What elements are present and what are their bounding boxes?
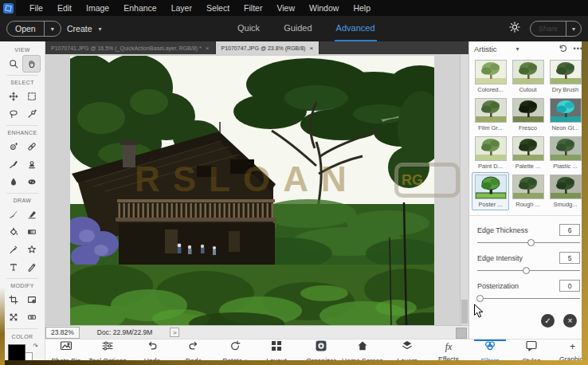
reset-filters-icon[interactable] xyxy=(559,41,567,56)
crop-tool[interactable] xyxy=(4,291,22,308)
toolbox-divider xyxy=(6,328,38,329)
toolbox-section-label: COLOR xyxy=(0,332,45,342)
vertical-scrollbar-thumb[interactable] xyxy=(461,300,468,324)
document-tab-1[interactable]: P1070741.JPG @ 16.5% (_QuickActionBaseLa… xyxy=(45,41,216,54)
brush-tool[interactable] xyxy=(4,206,22,223)
open-dropdown-caret-icon[interactable]: ▾ xyxy=(44,22,61,36)
menu-image[interactable]: Image xyxy=(79,0,116,16)
filter-smudg-thumbnail[interactable]: Smudg... xyxy=(547,172,584,210)
open-button-label: Open xyxy=(7,24,44,33)
filter-plastic-thumbnail[interactable]: Plastic ... xyxy=(547,134,584,172)
filter-fresco-thumbnail[interactable]: Fresco xyxy=(509,96,547,134)
filter-filmgr-thumbnail[interactable]: Film Gr... xyxy=(472,96,509,134)
menu-filter[interactable]: Filter xyxy=(237,0,269,16)
slider-thumb[interactable] xyxy=(523,267,530,274)
filter-preview-image xyxy=(512,60,544,84)
filter-poster-thumbnail[interactable]: Poster ... xyxy=(472,172,509,210)
filter-label: Dry Brush xyxy=(552,86,578,93)
layout-icon xyxy=(270,339,283,355)
hand-tool[interactable] xyxy=(22,55,41,73)
mode-tab-quick[interactable]: Quick xyxy=(236,16,261,41)
edge-vignette-bottom xyxy=(0,360,588,365)
canvas-vertical-scrollbar[interactable] xyxy=(460,54,468,325)
status-expander-button[interactable]: > xyxy=(170,328,179,337)
zoom-tool[interactable] xyxy=(4,55,22,73)
photobin-icon xyxy=(60,339,73,355)
menu-enhance[interactable]: Enhance xyxy=(116,0,163,16)
clone-stamp-tool[interactable] xyxy=(22,155,41,173)
mode-tab-guided[interactable]: Guided xyxy=(282,16,313,41)
blur-tool[interactable] xyxy=(4,173,22,190)
quick-selection-tool[interactable] xyxy=(22,105,41,123)
slider-thumb[interactable] xyxy=(527,239,535,246)
type-tool[interactable] xyxy=(4,258,22,276)
menu-select[interactable]: Select xyxy=(199,0,237,16)
zoom-level-box[interactable]: 23.82% xyxy=(45,327,80,339)
shape-tool[interactable] xyxy=(22,241,41,258)
filter-rough-thumbnail[interactable]: Rough ... xyxy=(509,172,547,210)
menu-help[interactable]: Help xyxy=(346,0,378,16)
slider-value-input[interactable]: 6 xyxy=(559,224,580,236)
cancel-filter-button[interactable]: × xyxy=(563,314,577,328)
recompose-tool[interactable] xyxy=(22,291,41,308)
menu-layer[interactable]: Layer xyxy=(164,0,199,16)
lasso-tool[interactable] xyxy=(4,105,22,123)
image-canvas[interactable]: RSLOAN RG xyxy=(45,54,468,325)
smart-brush-tool[interactable] xyxy=(4,155,22,173)
horizontal-scrollbar-thumb[interactable] xyxy=(456,328,467,339)
app-logo-icon xyxy=(0,0,16,16)
filters-panel-header: Artistic ▾ ••• xyxy=(469,41,588,56)
spot-healing-tool[interactable] xyxy=(22,138,41,155)
redo-icon xyxy=(187,339,200,355)
posterization-slider[interactable] xyxy=(477,293,580,304)
toolbox-section-label: ENHANCE xyxy=(0,128,45,138)
slider-thumb[interactable] xyxy=(476,295,484,302)
layers-icon xyxy=(401,339,414,355)
toolbox-divider xyxy=(6,278,38,279)
pencil-tool[interactable] xyxy=(22,258,41,276)
create-button[interactable]: Create ▾ xyxy=(67,21,102,37)
filter-palette-thumbnail[interactable]: Palette ... xyxy=(509,134,547,172)
mode-tab-advanced[interactable]: Advanced xyxy=(335,16,377,41)
eraser-tool[interactable] xyxy=(22,206,41,223)
filter-drybrush-thumbnail[interactable]: Dry Brush xyxy=(547,57,584,96)
document-tab-title: P1070747.JPG @ 23.8% (RGB/8) xyxy=(221,45,306,51)
share-dropdown-caret-icon[interactable]: ▾ xyxy=(566,22,581,36)
brightness-icon[interactable] xyxy=(509,22,520,36)
menu-file[interactable]: File xyxy=(22,0,50,16)
red-eye-tool[interactable] xyxy=(4,138,22,155)
tab-close-icon[interactable]: × xyxy=(206,45,210,52)
content-aware-move-tool[interactable] xyxy=(4,308,22,326)
sponge-tool[interactable] xyxy=(22,173,41,190)
eyedropper-tool[interactable] xyxy=(4,241,22,258)
filter-paintd-thumbnail[interactable]: Paint D... xyxy=(472,134,509,172)
menu-edit[interactable]: Edit xyxy=(50,0,79,16)
category-dropdown-caret-icon[interactable]: ▾ xyxy=(516,45,519,53)
gradient-tool[interactable] xyxy=(22,223,41,241)
move-tool[interactable] xyxy=(4,88,22,105)
tab-close-icon[interactable]: × xyxy=(309,45,313,52)
share-button[interactable]: Share ▾ xyxy=(530,21,582,37)
menu-view[interactable]: View xyxy=(269,0,302,16)
foreground-color-swatch[interactable] xyxy=(8,344,25,362)
filter-neongl-thumbnail[interactable]: Neon Gl... xyxy=(547,96,584,134)
mouse-cursor xyxy=(473,304,484,322)
menu-window[interactable]: Window xyxy=(302,0,346,16)
straighten-tool[interactable] xyxy=(22,308,41,326)
document-tab-2[interactable]: P1070747.JPG @ 23.8% (RGB/8)× xyxy=(216,41,320,54)
open-button[interactable]: Open ▾ xyxy=(6,21,61,37)
styles-icon xyxy=(525,339,538,355)
menu-items: FileEditImageEnhanceLayerSelectFilterVie… xyxy=(22,0,378,16)
filter-label: Rough ... xyxy=(515,201,539,208)
marquee-tool[interactable] xyxy=(22,88,41,105)
paint-bucket-tool[interactable] xyxy=(4,223,22,241)
filter-colored-thumbnail[interactable]: Colored... xyxy=(472,57,509,96)
slider-value-input[interactable]: 0 xyxy=(559,280,580,292)
filter-cutout-thumbnail[interactable]: Cutout xyxy=(509,57,547,96)
swap-colors-icon[interactable]: ↷ xyxy=(33,343,38,350)
edge-intensity-slider[interactable] xyxy=(477,265,580,277)
edge-thickness-slider[interactable] xyxy=(477,237,580,249)
slider-value-input[interactable]: 5 xyxy=(559,252,580,264)
filters-icon xyxy=(484,339,496,355)
apply-filter-button[interactable]: ✓ xyxy=(541,314,555,328)
